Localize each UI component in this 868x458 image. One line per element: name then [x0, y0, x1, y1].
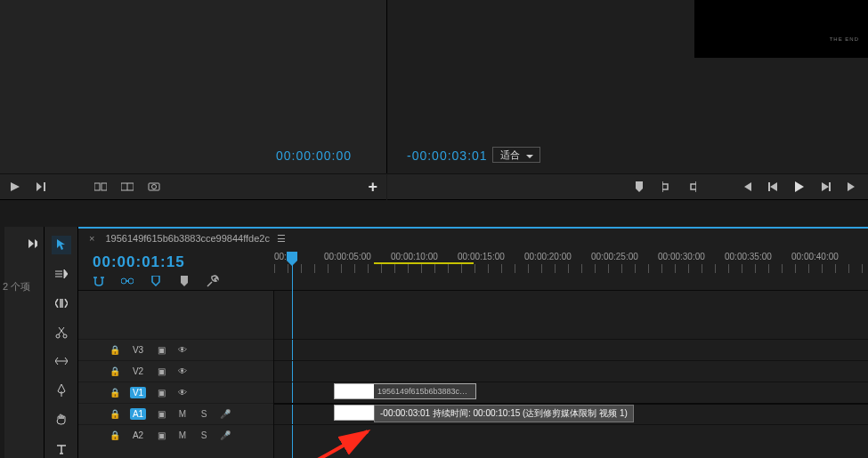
track-header-v1[interactable]: 🔒 V1 ▣ 👁	[78, 382, 273, 403]
play-icon[interactable]	[793, 181, 806, 193]
lower-region: 2 个项 × 1956149f615b6b3883cce99844ffde2c …	[0, 227, 868, 458]
program-preview: THE END	[694, 0, 868, 58]
sync-lock-icon[interactable]: ▣	[155, 366, 167, 376]
svg-point-7	[63, 334, 67, 338]
marker-icon[interactable]	[633, 181, 645, 193]
lane-v3[interactable]	[274, 339, 868, 360]
ruler-ticks	[274, 264, 868, 273]
solo-s-icon[interactable]: S	[198, 430, 210, 440]
program-timecode[interactable]: -00:00:03:01	[407, 149, 488, 163]
timeline-tracks: 🔒 V3 ▣ 👁 🔒 V2 ▣ 👁 🔒 V1 ▣	[78, 291, 868, 458]
svg-point-6	[56, 334, 60, 338]
clip-trim-region[interactable]	[335, 384, 374, 398]
track-label[interactable]: V2	[130, 366, 146, 376]
step-fwd-icon[interactable]	[820, 181, 832, 193]
lock-icon[interactable]: 🔒	[109, 409, 121, 419]
clip-trim-region[interactable]	[335, 406, 374, 420]
zoom-fit-dropdown[interactable]: 适合	[492, 147, 540, 163]
panel-menu-icon[interactable]: ☰	[277, 233, 283, 245]
preview-caption: THE END	[830, 36, 859, 42]
eye-icon[interactable]: 👁	[176, 388, 189, 398]
chevron-right-icon[interactable]	[27, 237, 39, 250]
ruler-label: 00:00:25:00	[591, 252, 638, 261]
track-select-tool[interactable]	[52, 265, 71, 284]
pen-tool[interactable]	[52, 382, 71, 400]
timeline-header: 00:00:01:15 00:00 00:00:05:00 00:00:10:0…	[78, 248, 868, 291]
linked-selection-icon[interactable]	[121, 275, 134, 287]
panel-tab-vertical[interactable]	[0, 227, 4, 458]
sequence-tab[interactable]: 1956149f615b6b3883cce99844ffde2c	[105, 233, 270, 244]
project-item-count: 2 个项	[3, 280, 30, 293]
in-point-icon[interactable]	[660, 181, 672, 193]
mute-m-icon[interactable]: M	[176, 409, 189, 419]
eye-icon[interactable]: 👁	[176, 366, 189, 376]
svg-rect-0	[94, 183, 100, 190]
lock-icon[interactable]: 🔒	[109, 430, 121, 440]
ruler-label: 00:00:10:00	[391, 252, 438, 261]
export-frame-icon[interactable]	[148, 181, 160, 193]
trim-tooltip: -00:00:03:01 持续时间: 00:00:10:15 (达到修剪媒体限制…	[374, 405, 634, 422]
track-label[interactable]: A1	[130, 408, 146, 420]
lane-a2[interactable]	[274, 424, 868, 446]
snap-icon[interactable]	[93, 275, 105, 287]
hand-tool[interactable]	[52, 411, 71, 430]
video-clip[interactable]: 1956149f615b6b3883c…	[334, 383, 476, 399]
mute-m-icon[interactable]: M	[176, 430, 189, 440]
svg-rect-1	[101, 183, 107, 190]
type-tool[interactable]	[52, 439, 71, 458]
add-marker-icon[interactable]	[150, 275, 162, 287]
play-icon[interactable]	[9, 181, 21, 193]
svg-point-5	[152, 185, 157, 189]
lock-icon[interactable]: 🔒	[109, 388, 121, 398]
out-point-icon[interactable]	[686, 181, 699, 193]
sync-lock-icon[interactable]: ▣	[155, 388, 167, 398]
source-timecode[interactable]: 00:00:00:00	[276, 149, 352, 163]
step-back-icon[interactable]	[767, 181, 779, 193]
slip-tool[interactable]	[52, 352, 71, 371]
source-transport: +	[0, 173, 386, 200]
track-header-a1[interactable]: 🔒 A1 ▣ M S 🎤	[78, 403, 273, 424]
clip-name: 1956149f615b6b3883c…	[377, 387, 467, 396]
track-label[interactable]: V1	[130, 387, 146, 398]
track-label[interactable]: A2	[130, 430, 146, 440]
ripple-edit-tool[interactable]	[52, 294, 71, 313]
track-headers: 🔒 V3 ▣ 👁 🔒 V2 ▣ 👁 🔒 V1 ▣	[78, 291, 274, 458]
track-header-v3[interactable]: 🔒 V3 ▣ 👁	[78, 339, 273, 360]
track-header-a2[interactable]: 🔒 A2 ▣ M S 🎤	[78, 424, 273, 446]
settings-wrench-icon[interactable]	[207, 275, 219, 287]
ruler-label: 00:00:05:00	[324, 252, 371, 261]
lock-icon[interactable]: 🔒	[109, 366, 121, 376]
program-transport	[387, 173, 868, 200]
mic-icon[interactable]: 🎤	[219, 409, 231, 419]
ruler-label: 00:00:15:00	[458, 252, 505, 261]
insert-icon[interactable]	[94, 181, 107, 193]
zoom-fit-select[interactable]: 适合	[492, 147, 540, 163]
timeline-timecode[interactable]: 00:00:01:15	[93, 253, 185, 271]
work-area-bar[interactable]	[374, 262, 474, 264]
go-to-in-icon[interactable]	[740, 181, 752, 193]
track-label[interactable]: V3	[130, 345, 146, 355]
go-to-out-icon[interactable]	[847, 181, 859, 193]
solo-s-icon[interactable]: S	[198, 409, 210, 419]
marker-shape-icon[interactable]	[178, 275, 191, 287]
lock-icon[interactable]: 🔒	[109, 345, 121, 355]
track-lanes[interactable]: 1956149f615b6b3883c… -00:00:03:01 持续时间: …	[274, 291, 868, 458]
step-in-icon[interactable]	[36, 181, 48, 193]
tool-palette	[45, 227, 78, 458]
overwrite-icon[interactable]	[121, 181, 134, 193]
razor-tool[interactable]	[52, 323, 71, 341]
add-button-icon[interactable]: +	[368, 178, 377, 197]
close-tab-icon[interactable]: ×	[89, 233, 94, 244]
lane-v2[interactable]	[274, 360, 868, 382]
sync-lock-icon[interactable]: ▣	[155, 345, 167, 355]
sync-lock-icon[interactable]: ▣	[155, 409, 167, 419]
app-root: 00:00:00:00 + THE END -00:00:03:01 适合	[0, 0, 868, 458]
mic-icon[interactable]: 🎤	[219, 430, 231, 440]
eye-icon[interactable]: 👁	[176, 345, 189, 355]
monitor-row: 00:00:00:00 + THE END -00:00:03:01 适合	[0, 0, 868, 173]
sync-lock-icon[interactable]: ▣	[155, 430, 167, 440]
ruler-label: 00:00:40:00	[791, 252, 839, 261]
selection-tool[interactable]	[52, 236, 71, 254]
track-header-v2[interactable]: 🔒 V2 ▣ 👁	[78, 360, 273, 382]
timeline-ruler[interactable]: 00:00 00:00:05:00 00:00:10:00 00:00:15:0…	[274, 252, 868, 287]
